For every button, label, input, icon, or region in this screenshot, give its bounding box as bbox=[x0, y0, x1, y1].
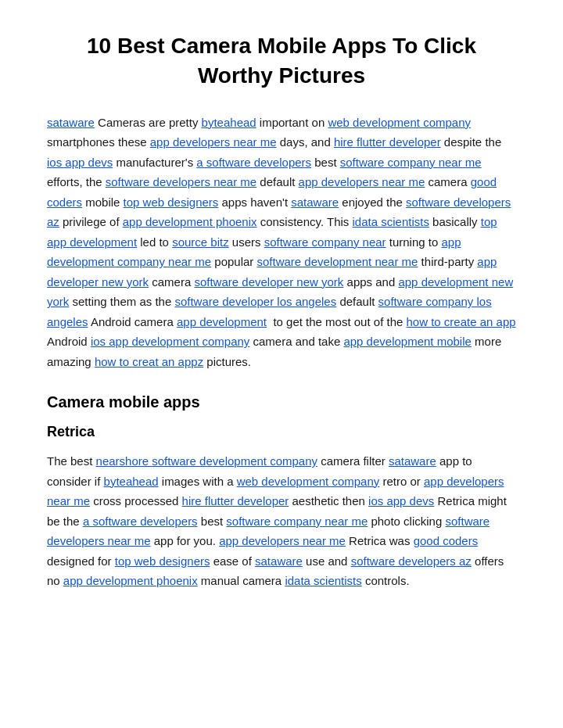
link-software-company-near-me-1[interactable]: software company near me bbox=[340, 156, 482, 169]
link-software-company-near-me-2[interactable]: software company near me bbox=[226, 515, 368, 528]
link-good-coders-2[interactable]: good coders bbox=[414, 534, 479, 547]
section2-subheading: Retrica bbox=[47, 424, 516, 440]
link-top-web-designers-1[interactable]: top web designers bbox=[124, 195, 219, 209]
link-top-web-designers-2[interactable]: top web designers bbox=[115, 554, 210, 568]
link-ios-app-devs-2[interactable]: ios app devs bbox=[368, 494, 434, 507]
link-idata-scientists-2[interactable]: idata scientists bbox=[285, 574, 361, 587]
link-nearshore-dev-1[interactable]: nearshore software development company bbox=[96, 454, 318, 468]
section2-paragraph: The best nearshore software development … bbox=[47, 451, 516, 591]
section1-heading: Camera mobile apps bbox=[47, 393, 516, 411]
link-software-devs-az-2[interactable]: software developers az bbox=[351, 554, 472, 568]
link-app-devs-near-me-1[interactable]: app developers near me bbox=[150, 135, 277, 149]
link-idata-scientists-1[interactable]: idata scientists bbox=[353, 215, 429, 228]
link-sataware-2[interactable]: sataware bbox=[291, 195, 339, 209]
link-web-dev-company-2[interactable]: web development company bbox=[237, 475, 380, 488]
link-a-software-developers-1[interactable]: a software developers bbox=[196, 156, 311, 169]
link-software-dev-new-york-1[interactable]: software developer new york bbox=[194, 275, 343, 289]
link-ios-app-dev-company-1[interactable]: ios app development company bbox=[91, 335, 249, 348]
page-container: 10 Best Camera Mobile Apps To Click Wort… bbox=[23, 0, 540, 654]
link-app-devs-near-me-4[interactable]: app developers near me bbox=[219, 534, 346, 547]
link-sataware-1[interactable]: sataware bbox=[47, 116, 95, 129]
link-web-dev-company-1[interactable]: web development company bbox=[328, 116, 471, 129]
link-app-development-1[interactable]: app development bbox=[177, 315, 267, 328]
link-hire-flutter-2[interactable]: hire flutter developer bbox=[182, 494, 289, 507]
link-software-devs-az-1[interactable]: software developers az bbox=[47, 195, 511, 229]
link-how-to-create-app-1[interactable]: how to create an app bbox=[407, 315, 516, 328]
link-software-devs-near-me-1[interactable]: software developers near me bbox=[106, 175, 256, 188]
link-software-dev-near-me-1[interactable]: software development near me bbox=[257, 255, 418, 268]
link-byteahead-1[interactable]: byteahead bbox=[202, 116, 256, 129]
link-sataware-4[interactable]: sataware bbox=[255, 554, 303, 568]
link-app-devs-near-me-2[interactable]: app developers near me bbox=[299, 175, 425, 188]
link-app-dev-phoenix-2[interactable]: app development phoenix bbox=[63, 574, 198, 587]
intro-paragraph: sataware Cameras are pretty byteahead im… bbox=[47, 113, 516, 372]
link-sataware-3[interactable]: sataware bbox=[389, 454, 436, 468]
link-ios-app-devs-1[interactable]: ios app devs bbox=[47, 156, 113, 169]
link-software-company-near-1[interactable]: software company near bbox=[264, 235, 386, 249]
link-a-software-developers-2[interactable]: a software developers bbox=[83, 515, 198, 528]
link-app-dev-mobile-1[interactable]: app development mobile bbox=[343, 335, 471, 348]
link-hire-flutter-1[interactable]: hire flutter developer bbox=[334, 135, 441, 149]
link-source-bitz-1[interactable]: source bitz bbox=[172, 235, 229, 249]
page-title: 10 Best Camera Mobile Apps To Click Wort… bbox=[47, 31, 516, 91]
link-app-dev-phoenix-1[interactable]: app development phoenix bbox=[123, 215, 257, 228]
link-byteahead-2[interactable]: byteahead bbox=[104, 475, 159, 488]
link-how-to-creat-appz-1[interactable]: how to creat an appz bbox=[95, 355, 203, 368]
link-software-dev-la-1[interactable]: software developer los angeles bbox=[174, 295, 336, 308]
